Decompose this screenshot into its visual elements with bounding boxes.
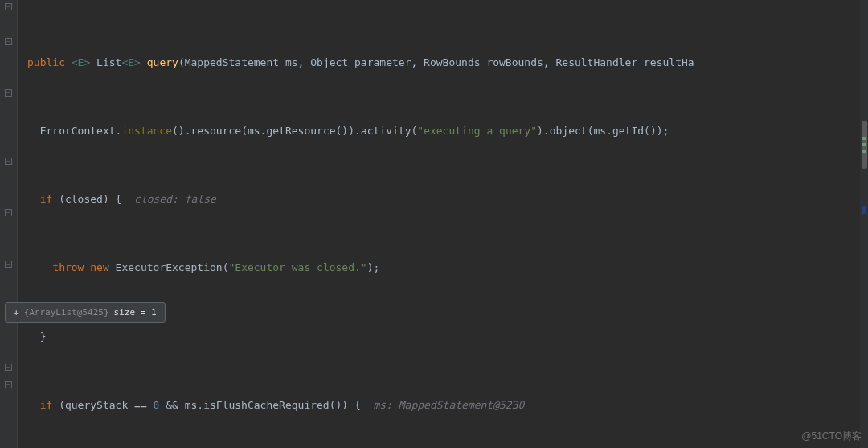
fold-icon[interactable]: −: [5, 89, 12, 97]
fold-icon[interactable]: −: [5, 38, 12, 45]
code-line: public <E> List<E> query(MappedStatement…: [27, 54, 868, 71]
code-line: if (closed) { closed: false: [27, 191, 868, 208]
scroll-thumb[interactable]: [862, 121, 867, 169]
debug-tooltip[interactable]: + {ArrayList@5425} size = 1: [5, 302, 166, 323]
fold-icon[interactable]: −: [5, 209, 12, 216]
code-line: }: [27, 328, 868, 345]
code-area[interactable]: public <E> List<E> query(MappedStatement…: [18, 0, 868, 448]
code-editor[interactable]: − − − − − − − − public <E> List<E> query…: [0, 0, 868, 448]
expand-icon[interactable]: +: [14, 307, 19, 318]
code-line: if (queryStack == 0 && ms.isFlushCacheRe…: [27, 397, 868, 413]
scrollbar[interactable]: [860, 0, 868, 448]
fold-icon[interactable]: −: [5, 3, 12, 10]
scroll-marker: [862, 206, 866, 214]
gutter: − − − − − − − −: [0, 0, 18, 448]
fold-icon[interactable]: −: [5, 261, 12, 268]
code-line: throw new ExecutorException("Executor wa…: [27, 259, 868, 276]
code-line: ErrorContext.instance().resource(ms.getR…: [27, 122, 868, 139]
watermark: @51CTO博客: [801, 430, 862, 443]
fold-icon[interactable]: −: [5, 381, 12, 388]
fold-icon[interactable]: −: [5, 158, 12, 165]
tooltip-value: size = 1: [114, 307, 157, 318]
fold-icon[interactable]: −: [5, 364, 12, 371]
tooltip-object-ref: {ArrayList@5425}: [24, 307, 109, 318]
